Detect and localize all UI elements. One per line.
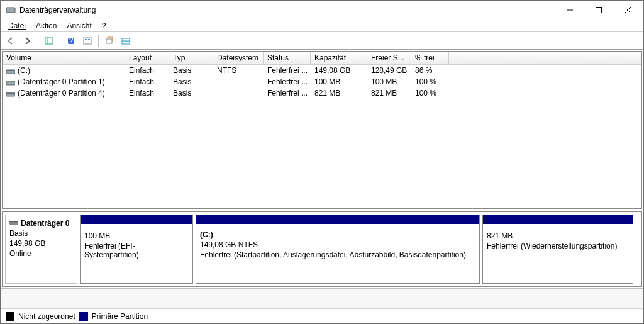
disk-info[interactable]: Datenträger 0 Basis 149,98 GB Online bbox=[5, 215, 77, 284]
partition-header bbox=[80, 215, 192, 224]
partition[interactable]: 100 MBFehlerfrei (EFI-Systempartition) bbox=[80, 215, 193, 284]
svg-rect-17 bbox=[6, 70, 15, 71]
maximize-button[interactable] bbox=[584, 1, 613, 20]
svg-text:?: ? bbox=[69, 36, 74, 45]
partition-status: Fehlerfrei (Wiederherstellungspartition) bbox=[487, 242, 629, 250]
menu-aktion[interactable]: Aktion bbox=[31, 20, 62, 31]
app-icon bbox=[6, 5, 16, 15]
partition-size: 821 MB bbox=[487, 232, 629, 240]
legend-label-primary: Primäre Partition bbox=[92, 312, 148, 321]
toolbar-settings-button[interactable] bbox=[118, 33, 133, 48]
legend-swatch-unallocated bbox=[6, 312, 14, 321]
column-volume[interactable]: Volume bbox=[3, 52, 125, 64]
toolbar-separator bbox=[60, 35, 60, 47]
svg-rect-13 bbox=[106, 39, 112, 43]
column-filler bbox=[449, 52, 641, 64]
svg-rect-15 bbox=[122, 42, 130, 44]
partition[interactable]: (C:)149,08 GB NTFSFehlerfrei (Startparti… bbox=[196, 215, 480, 284]
column-layout[interactable]: Layout bbox=[125, 52, 169, 64]
empty-area bbox=[1, 288, 643, 308]
minimize-button[interactable] bbox=[555, 1, 584, 20]
partition-status: Fehlerfrei (EFI-Systempartition) bbox=[84, 242, 189, 259]
svg-rect-0 bbox=[6, 8, 15, 13]
disk-size: 149,98 GB bbox=[9, 239, 73, 248]
column-percent[interactable]: % frei bbox=[411, 52, 449, 64]
partition-header bbox=[196, 215, 479, 224]
svg-rect-10 bbox=[84, 38, 91, 44]
titlebar: Datenträgerverwaltung bbox=[1, 1, 643, 20]
partition-size: 149,08 GB NTFS bbox=[200, 240, 475, 249]
menu-datei[interactable]: Datei bbox=[3, 20, 31, 31]
volume-list-body[interactable]: (C:)EinfachBasisNTFSFehlerfrei ...149,08… bbox=[3, 65, 641, 208]
legend: Nicht zugeordnet Primäre Partition bbox=[1, 308, 643, 323]
disk-type: Basis bbox=[9, 229, 73, 238]
svg-rect-21 bbox=[6, 93, 15, 94]
partition[interactable]: 821 MBFehlerfrei (Wiederherstellungspart… bbox=[482, 215, 633, 284]
disk-panel: Datenträger 0 Basis 149,98 GB Online 100… bbox=[2, 211, 642, 287]
column-type[interactable]: Typ bbox=[169, 52, 213, 64]
toolbar-action-button[interactable] bbox=[102, 33, 117, 48]
svg-rect-16 bbox=[6, 70, 15, 74]
svg-rect-6 bbox=[45, 38, 53, 44]
window-title: Datenträgerverwaltung bbox=[19, 6, 555, 14]
legend-label-unallocated: Nicht zugeordnet bbox=[18, 312, 75, 321]
toolbar-forward-button[interactable] bbox=[19, 33, 35, 48]
svg-rect-23 bbox=[9, 221, 18, 222]
column-filesystem[interactable]: Dateisystem bbox=[213, 52, 264, 64]
drive-icon bbox=[6, 91, 15, 97]
toolbar-back-button[interactable] bbox=[3, 33, 18, 48]
legend-swatch-primary bbox=[79, 312, 88, 321]
volume-list-panel: Volume Layout Typ Dateisystem Status Kap… bbox=[2, 51, 642, 209]
drive-icon bbox=[6, 68, 15, 74]
menu-help[interactable]: ? bbox=[97, 20, 111, 31]
partition-header bbox=[483, 215, 633, 224]
toolbar-help-button[interactable]: ? bbox=[64, 33, 79, 48]
menubar: Datei Aktion Ansicht ? bbox=[1, 20, 643, 32]
toolbar-separator bbox=[38, 35, 38, 47]
column-free[interactable]: Freier S... bbox=[367, 52, 411, 64]
toolbar-show-hide-button[interactable] bbox=[42, 33, 57, 48]
toolbar-separator bbox=[98, 35, 99, 47]
svg-rect-20 bbox=[6, 92, 15, 96]
menu-ansicht[interactable]: Ansicht bbox=[62, 20, 96, 31]
drive-icon bbox=[6, 79, 15, 86]
volume-list-header: Volume Layout Typ Dateisystem Status Kap… bbox=[3, 52, 641, 65]
svg-rect-22 bbox=[9, 221, 18, 225]
disk-name: Datenträger 0 bbox=[21, 219, 69, 228]
svg-rect-11 bbox=[85, 39, 87, 40]
toolbar-refresh-button[interactable] bbox=[80, 33, 95, 48]
disk-icon bbox=[9, 219, 18, 228]
svg-rect-1 bbox=[6, 9, 15, 9]
column-capacity[interactable]: Kapazität bbox=[311, 52, 367, 64]
partition-size: 100 MB bbox=[84, 232, 189, 240]
svg-rect-14 bbox=[122, 38, 130, 41]
partition-title: (C:) bbox=[200, 230, 475, 239]
partition-status: Fehlerfrei (Startpartition, Auslagerungs… bbox=[200, 250, 475, 259]
svg-rect-18 bbox=[6, 81, 15, 85]
disk-status: Online bbox=[9, 249, 73, 258]
svg-rect-12 bbox=[88, 39, 90, 40]
toolbar: ? bbox=[1, 32, 643, 50]
svg-rect-3 bbox=[596, 8, 602, 13]
svg-rect-19 bbox=[6, 82, 15, 82]
column-status[interactable]: Status bbox=[264, 52, 311, 64]
volume-row[interactable]: (Datenträger 0 Partition 4)EinfachBasisF… bbox=[3, 87, 641, 99]
partition-map: 100 MBFehlerfrei (EFI-Systempartition)(C… bbox=[80, 215, 639, 284]
volume-row[interactable]: (C:)EinfachBasisNTFSFehlerfrei ...149,08… bbox=[3, 65, 641, 76]
volume-row[interactable]: (Datenträger 0 Partition 1)EinfachBasisF… bbox=[3, 76, 641, 87]
close-button[interactable] bbox=[613, 1, 642, 20]
